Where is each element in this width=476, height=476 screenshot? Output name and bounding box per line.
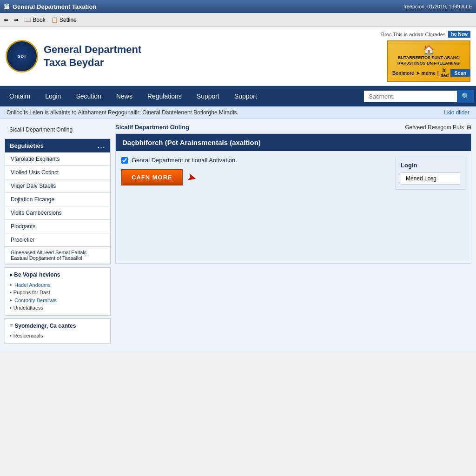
nav-item-secution[interactable]: Secution	[68, 87, 108, 106]
checkbox-row: Genral Department or tlonall Aotivation.	[121, 157, 391, 164]
promo-bottom: Bonimore ➤ merne | b: ded Scan	[392, 68, 465, 78]
navigation: Ontaim Login Secution News Regulations S…	[0, 86, 476, 106]
nav-item-ontaim[interactable]: Ontaim	[2, 87, 38, 106]
header: GDT General Department Taxa Beydar Broc …	[0, 27, 476, 86]
sidebar-menu-item[interactable]: Vfarolatie Exqiliants	[5, 152, 110, 166]
member-login-button[interactable]: Mened Losg	[401, 172, 460, 185]
panel-right: Login Mened Losg	[396, 157, 465, 190]
logo-text: GDT	[18, 54, 26, 59]
sidebar-section3-item0: Resiceraoals	[10, 332, 106, 339]
app-icon: 🏛	[4, 3, 10, 10]
browser-back-btn[interactable]: ⬅	[4, 17, 8, 23]
search-button[interactable]: 🔍	[457, 90, 474, 103]
sidebar-menu-item[interactable]: Vlolied Usis Cotinct	[5, 166, 110, 179]
logo: GDT	[6, 40, 38, 73]
promo-arrow-icon: ➤	[416, 71, 420, 76]
sidebar-menu-item-last[interactable]: Gineeased Alt-leed Semal Ealtals Eastual…	[5, 247, 110, 264]
sidebar-section2-item3: Undetaltaess	[10, 304, 106, 311]
sidebar-section3-header: ≡ Syomdeingr, Ca cantes	[10, 323, 106, 329]
sidebar-dept-label: Sicalif Department Onling	[9, 126, 73, 133]
sidebar-section2-item2[interactable]: Conrority Bernitats	[10, 296, 106, 304]
title-bar-left: 🏛 General Department Taxation	[4, 3, 96, 10]
header-right: Broc This is addatr Clorades ho New 🏠 BU…	[381, 31, 470, 82]
sidebar-dots[interactable]: ...	[98, 142, 106, 149]
main-layout: Sicalif Department Onling Begulaeties ..…	[0, 119, 476, 351]
app-title: General Department Taxation	[13, 3, 96, 10]
sidebar-menu-item[interactable]: Viiqer Daly Staells	[5, 179, 110, 193]
promo-more2: merne	[422, 71, 436, 76]
grid-icon[interactable]: ⊞	[467, 124, 471, 131]
sidebar-menu-item[interactable]: Vidits Cambéersions	[5, 206, 110, 220]
announce-text: Broc This is addatr Clorades	[381, 32, 446, 37]
title-bar-right: freencion, 01/2019, 1399 A.t.E	[403, 4, 472, 9]
content-title: Sicalif Department Onling	[115, 124, 189, 131]
sidebar-panel-title: Begulaeties	[10, 142, 44, 149]
login-box: Login Mened Losg	[396, 157, 465, 190]
breadcrumb-link[interactable]: Lkio diider	[444, 109, 469, 116]
promo-title: BUTARREEITOS PUNT ARANG RAKJSTIINOS BN F…	[392, 55, 465, 66]
sidebar: Sicalif Department Onling Begulaeties ..…	[5, 124, 111, 347]
scan-button[interactable]: Scan	[450, 69, 470, 77]
content-top-bar: Sicalif Department Onling Getveed Ressgo…	[115, 124, 471, 131]
promo-icon: 🏠	[392, 44, 465, 55]
nav-item-news[interactable]: News	[109, 87, 140, 106]
promo-sep: |	[437, 71, 439, 76]
sidebar-top-bar: Sicalif Department Onling	[5, 124, 111, 136]
promo-more: Bonimore	[392, 71, 414, 76]
nav-item-support1[interactable]: Support	[189, 87, 227, 106]
header-announcement: Broc This is addatr Clorades ho New	[381, 31, 470, 38]
main-panel: Daçbhiforch (Pet Arainsmentals (axaltion…	[115, 133, 471, 264]
login-title: Login	[401, 162, 460, 169]
panel-title: Daçbhiforch (Pet Arainsmentals (axaltion…	[116, 134, 471, 151]
browser-setline-btn[interactable]: 📋 Setline	[51, 17, 77, 23]
browser-toolbar: ⬅ ➡ 📖 Book 📋 Setline	[0, 13, 476, 27]
main-content: Sicalif Department Onling Getveed Ressgo…	[115, 124, 471, 347]
sidebar-section2: ▸ Be Vopal hevions Hadel Andoums Pupons …	[5, 267, 111, 316]
sidebar-section2-header: ▸ Be Vopal hevions	[10, 271, 106, 278]
sidebar-panel: Begulaeties ... Vfarolatie Exqiliants Vl…	[5, 139, 111, 264]
promo-box: 🏠 BUTARREEITOS PUNT ARANG RAKJSTIINOS BN…	[387, 40, 470, 82]
breadcrumb-text: Onlioc is Lelen is allvaints to Alrahame…	[7, 109, 238, 116]
search-input[interactable]	[364, 91, 457, 102]
content-action-label: Getveed Ressgom Puts	[405, 124, 464, 131]
carn-more-button[interactable]: CAFN MORE	[121, 169, 183, 185]
sidebar-menu-item[interactable]: Dojtation Eicange	[5, 193, 110, 206]
promo-deld: b: ded	[441, 68, 449, 78]
sidebar-panel-header: Begulaeties ...	[5, 139, 110, 152]
content-action: Getveed Ressgom Puts ⊞	[405, 124, 471, 131]
sidebar-section2-item1: Pupons for Dast	[10, 289, 106, 296]
red-arrow-icon: ➤	[185, 170, 198, 185]
carn-row: CAFN MORE ➤	[121, 169, 391, 185]
nav-item-regulations[interactable]: Regulations	[140, 87, 189, 106]
sidebar-section2-item0[interactable]: Hadel Andoums	[10, 281, 106, 289]
title-bar: 🏛 General Department Taxation freencion,…	[0, 0, 476, 13]
browser-book-btn[interactable]: 📖 Book	[24, 17, 46, 23]
search-area: 🔍	[364, 90, 474, 103]
checkbox-label: Genral Department or tlonall Aotivation.	[132, 157, 237, 164]
activation-checkbox[interactable]	[121, 157, 128, 164]
site-title-line1: General Department	[44, 43, 141, 57]
site-title-line2: Taxa Beydar	[44, 56, 141, 70]
sidebar-section3: ≡ Syomdeingr, Ca cantes Resiceraoals	[5, 318, 111, 344]
panel-left: Genral Department or tlonall Aotivation.…	[121, 157, 391, 190]
nav-item-login[interactable]: Login	[38, 87, 68, 106]
logo-area: GDT General Department Taxa Beydar	[6, 40, 141, 73]
sidebar-menu-item[interactable]: Plodgants	[5, 220, 110, 233]
sidebar-menu-item[interactable]: Prooletier	[5, 233, 110, 247]
nav-item-support2[interactable]: Support	[227, 87, 264, 106]
browser-forward-btn[interactable]: ➡	[14, 17, 19, 23]
breadcrumb: Onlioc is Lelen is allvaints to Alrahame…	[0, 106, 476, 119]
site-title: General Department Taxa Beydar	[44, 43, 141, 70]
panel-body: Genral Department or tlonall Aotivation.…	[121, 157, 465, 190]
new-badge: ho New	[448, 31, 470, 38]
